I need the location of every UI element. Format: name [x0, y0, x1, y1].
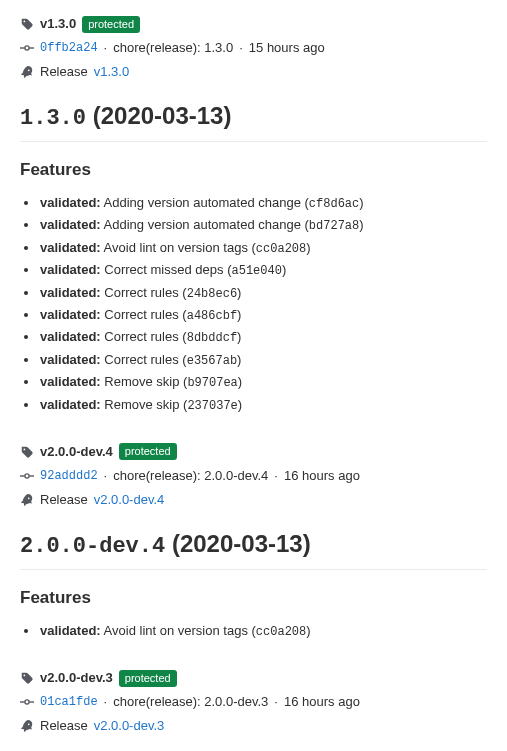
tag-row: v2.0.0-dev.4protected [20, 442, 487, 462]
separator: · [274, 692, 278, 712]
protected-badge: protected [119, 443, 177, 460]
feature-label: validated: [40, 329, 101, 344]
commit-time: 15 hours ago [249, 38, 325, 58]
feature-hash: a486cbf [187, 309, 237, 323]
feature-hash: e3567ab [187, 354, 237, 368]
feature-hash: cf8d6ac [309, 197, 359, 211]
release: v2.0.0-dev.4protected92adddd2 · chore(re… [20, 442, 487, 642]
release-label: Release [40, 490, 88, 510]
separator: · [239, 38, 243, 58]
feature-item: validated: Adding version automated chan… [40, 192, 487, 214]
feature-label: validated: [40, 352, 101, 367]
release: v1.3.0protected0ffb2a24 · chore(release)… [20, 14, 487, 416]
commit-row: 92adddd2 · chore(release): 2.0.0-dev.4 ·… [20, 466, 487, 486]
feature-desc: Correct missed deps [104, 262, 223, 277]
release-heading: 1.3.0 (2020-03-13) [20, 102, 487, 142]
rocket-icon [20, 719, 34, 733]
features-heading: Features [20, 160, 487, 180]
tag-name[interactable]: v2.0.0-dev.4 [40, 442, 113, 462]
feature-item: validated: Avoid lint on version tags (c… [40, 620, 487, 642]
feature-hash: a51e040 [231, 264, 281, 278]
features-list: validated: Adding version automated chan… [20, 192, 487, 416]
commit-sha-link[interactable]: 01ca1fde [40, 692, 98, 712]
feature-label: validated: [40, 217, 101, 232]
rocket-icon [20, 493, 34, 507]
svg-point-0 [25, 46, 29, 50]
feature-desc: Correct rules [104, 352, 178, 367]
release-label: Release [40, 62, 88, 82]
feature-item: validated: Adding version automated chan… [40, 214, 487, 236]
commit-icon [20, 41, 34, 55]
feature-hash: cc0a208 [256, 242, 306, 256]
feature-hash: bd727a8 [309, 219, 359, 233]
separator: · [104, 38, 108, 58]
tag-row: v1.3.0protected [20, 14, 487, 34]
feature-hash: 24b8ec6 [187, 287, 237, 301]
commit-sha-link[interactable]: 92adddd2 [40, 466, 98, 486]
heading-date: (2020-03-13) [172, 530, 311, 557]
commit-row: 01ca1fde · chore(release): 2.0.0-dev.3 ·… [20, 692, 487, 712]
release-link[interactable]: v2.0.0-dev.4 [94, 490, 165, 510]
feature-item: validated: Correct rules (e3567ab) [40, 349, 487, 371]
separator: · [104, 692, 108, 712]
heading-version: 2.0.0-dev.4 [20, 534, 165, 559]
release-row: Release v2.0.0-dev.4 [20, 490, 487, 510]
feature-desc: Correct rules [104, 307, 178, 322]
feature-desc: Adding version automated change [104, 195, 301, 210]
commit-message: chore(release): 2.0.0-dev.4 [113, 466, 268, 486]
feature-label: validated: [40, 195, 101, 210]
feature-item: validated: Correct rules (24b8ec6) [40, 282, 487, 304]
heading-date: (2020-03-13) [93, 102, 232, 129]
feature-desc: Correct rules [104, 329, 178, 344]
feature-item: validated: Remove skip (b9707ea) [40, 371, 487, 393]
feature-desc: Remove skip [104, 374, 179, 389]
feature-item: validated: Remove skip (237037e) [40, 394, 487, 416]
protected-badge: protected [82, 16, 140, 33]
release-body: 2.0.0-dev.4 (2020-03-13)Featuresvalidate… [20, 530, 487, 642]
release-link[interactable]: v1.3.0 [94, 62, 129, 82]
release-body: 1.3.0 (2020-03-13)Featuresvalidated: Add… [20, 102, 487, 416]
feature-desc: Avoid lint on version tags [104, 623, 248, 638]
release-heading: 2.0.0-dev.4 (2020-03-13) [20, 530, 487, 570]
tag-name[interactable]: v1.3.0 [40, 14, 76, 34]
feature-label: validated: [40, 240, 101, 255]
feature-item: validated: Avoid lint on version tags (c… [40, 237, 487, 259]
release-link[interactable]: v2.0.0-dev.3 [94, 716, 165, 736]
separator: · [104, 466, 108, 486]
feature-hash: b9707ea [187, 376, 237, 390]
commit-message: chore(release): 2.0.0-dev.3 [113, 692, 268, 712]
commit-row: 0ffb2a24 · chore(release): 1.3.0 · 15 ho… [20, 38, 487, 58]
feature-item: validated: Correct rules (8dbddcf) [40, 326, 487, 348]
separator: · [274, 466, 278, 486]
release: v2.0.0-dev.3protected01ca1fde · chore(re… [20, 668, 487, 736]
commit-sha-link[interactable]: 0ffb2a24 [40, 38, 98, 58]
commit-message: chore(release): 1.3.0 [113, 38, 233, 58]
tag-icon [20, 17, 34, 31]
feature-label: validated: [40, 374, 101, 389]
feature-label: validated: [40, 262, 101, 277]
rocket-icon [20, 65, 34, 79]
feature-hash: cc0a208 [256, 625, 306, 639]
protected-badge: protected [119, 670, 177, 687]
commit-time: 16 hours ago [284, 466, 360, 486]
feature-label: validated: [40, 623, 101, 638]
svg-point-3 [25, 474, 29, 478]
release-row: Release v2.0.0-dev.3 [20, 716, 487, 736]
release-row: Release v1.3.0 [20, 62, 487, 82]
heading-version: 1.3.0 [20, 106, 86, 131]
feature-desc: Remove skip [104, 397, 179, 412]
feature-desc: Correct rules [104, 285, 178, 300]
tag-icon [20, 445, 34, 459]
features-list: validated: Avoid lint on version tags (c… [20, 620, 487, 642]
features-heading: Features [20, 588, 487, 608]
release-label: Release [40, 716, 88, 736]
commit-icon [20, 695, 34, 709]
feature-item: validated: Correct rules (a486cbf) [40, 304, 487, 326]
commit-icon [20, 469, 34, 483]
feature-hash: 237037e [187, 399, 237, 413]
feature-label: validated: [40, 397, 101, 412]
svg-point-6 [25, 700, 29, 704]
tag-name[interactable]: v2.0.0-dev.3 [40, 668, 113, 688]
feature-desc: Avoid lint on version tags [104, 240, 248, 255]
feature-desc: Adding version automated change [104, 217, 301, 232]
